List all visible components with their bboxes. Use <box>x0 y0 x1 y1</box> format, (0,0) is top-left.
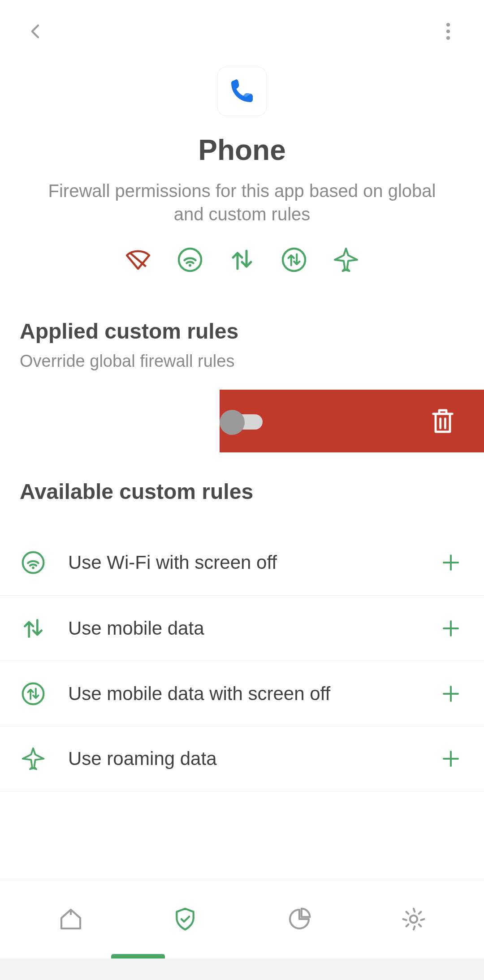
perm-airplane[interactable] <box>332 245 360 274</box>
svg-point-9 <box>23 683 44 704</box>
perm-wifi-circle[interactable] <box>176 245 204 274</box>
rule-mobile-data-screen-off[interactable]: Use mobile data with screen off <box>0 661 484 726</box>
plus-icon <box>440 683 462 705</box>
plus-icon <box>440 618 462 639</box>
app-subtitle: Firewall permissions for this app based … <box>31 179 453 226</box>
perm-wifi-blocked[interactable] <box>124 245 152 274</box>
add-rule-button[interactable] <box>437 680 464 707</box>
airplane-icon <box>20 745 47 772</box>
bottom-nav <box>0 879 484 959</box>
airplane-icon <box>333 246 359 273</box>
rule-label: Use roaming data <box>68 748 437 769</box>
rule-mobile-data[interactable]: Use mobile data <box>0 595 484 661</box>
permission-summary-row <box>124 245 360 274</box>
applied-rules-title: Applied custom rules <box>20 319 464 344</box>
perm-mobile-data[interactable] <box>228 245 256 274</box>
available-rules-list: Use Wi-Fi with screen off Use mobile dat… <box>0 530 484 791</box>
available-rules-title: Available custom rules <box>20 479 464 504</box>
plus-icon <box>440 552 462 573</box>
nav-active-indicator <box>111 954 165 959</box>
svg-point-2 <box>446 36 450 40</box>
perm-mobile-data-circle[interactable] <box>280 245 308 274</box>
add-rule-button[interactable] <box>437 615 464 642</box>
mobile-data-icon <box>229 246 255 273</box>
trash-icon <box>428 407 457 435</box>
rule-label: Use Wi-Fi with screen off <box>68 552 437 573</box>
rule-wifi-screen-off[interactable]: Use Wi-Fi with screen off <box>0 530 484 595</box>
more-button[interactable] <box>430 13 466 49</box>
app-header: Phone Firewall permissions for this app … <box>0 63 484 292</box>
nav-stats[interactable] <box>281 901 317 937</box>
app-title: Phone <box>198 133 286 167</box>
svg-point-7 <box>23 552 44 573</box>
toggle-thumb <box>220 410 245 435</box>
applied-rule-row[interactable] <box>0 390 484 452</box>
applied-rule-toggle[interactable] <box>221 410 263 432</box>
svg-point-10 <box>410 915 417 922</box>
rule-roaming-data[interactable]: Use roaming data <box>0 726 484 791</box>
phone-icon <box>228 77 256 106</box>
applied-rules-subtitle: Override global firewall rules <box>20 352 464 371</box>
svg-line-3 <box>130 253 146 266</box>
mobile-data-circle-icon <box>281 246 307 273</box>
add-rule-button[interactable] <box>437 549 464 576</box>
chevron-left-icon <box>27 22 45 40</box>
wifi-blocked-icon <box>125 246 151 273</box>
svg-point-1 <box>446 30 450 33</box>
applied-rules-section: Applied custom rules Override global fir… <box>0 292 484 371</box>
gear-icon <box>401 907 426 932</box>
shield-check-icon <box>173 907 198 932</box>
mobile-data-circle-icon <box>20 680 47 707</box>
top-bar <box>0 0 484 63</box>
back-button[interactable] <box>18 13 54 49</box>
wifi-circle-icon <box>20 549 47 576</box>
pie-chart-icon <box>287 907 312 932</box>
svg-point-4 <box>179 249 201 271</box>
gesture-bar <box>0 959 484 980</box>
rule-label: Use mobile data with screen off <box>68 683 437 705</box>
home-icon <box>58 907 83 932</box>
nav-shield-active[interactable] <box>167 901 203 937</box>
more-vert-icon <box>441 21 456 41</box>
svg-point-5 <box>189 264 191 267</box>
add-rule-button[interactable] <box>437 745 464 772</box>
nav-settings[interactable] <box>396 901 432 937</box>
nav-home[interactable] <box>53 901 89 937</box>
svg-point-0 <box>446 23 450 26</box>
wifi-circle-icon <box>177 246 203 273</box>
mobile-data-icon <box>20 615 47 642</box>
app-icon <box>218 67 266 116</box>
svg-point-6 <box>283 249 305 271</box>
svg-point-8 <box>32 567 35 569</box>
rule-label: Use mobile data <box>68 618 437 639</box>
plus-icon <box>440 748 462 769</box>
available-rules-section: Available custom rules <box>0 452 484 512</box>
